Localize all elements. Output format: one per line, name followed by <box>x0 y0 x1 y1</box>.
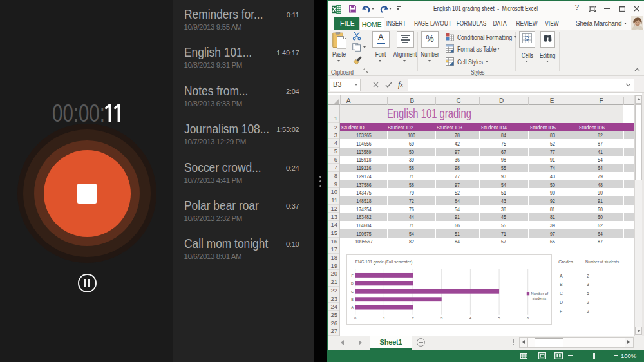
svg-text:3: 3 <box>440 316 443 319</box>
svg-text:A: A <box>351 305 354 309</box>
svg-text:students: students <box>533 296 547 300</box>
svg-text:2: 2 <box>412 316 413 319</box>
svg-text:F: F <box>351 273 354 277</box>
svg-text:ENG 101 grade (Fall semester): ENG 101 grade (Fall semester) <box>355 259 413 264</box>
svg-text:Number of: Number of <box>531 292 549 296</box>
svg-text:1: 1 <box>383 316 385 319</box>
svg-text:6: 6 <box>527 316 529 319</box>
svg-text:C: C <box>351 289 354 293</box>
svg-text:D: D <box>351 281 354 285</box>
svg-text:B: B <box>351 297 354 301</box>
svg-text:4: 4 <box>469 316 472 319</box>
svg-text:5: 5 <box>498 316 500 319</box>
svg-text:0: 0 <box>354 316 357 319</box>
